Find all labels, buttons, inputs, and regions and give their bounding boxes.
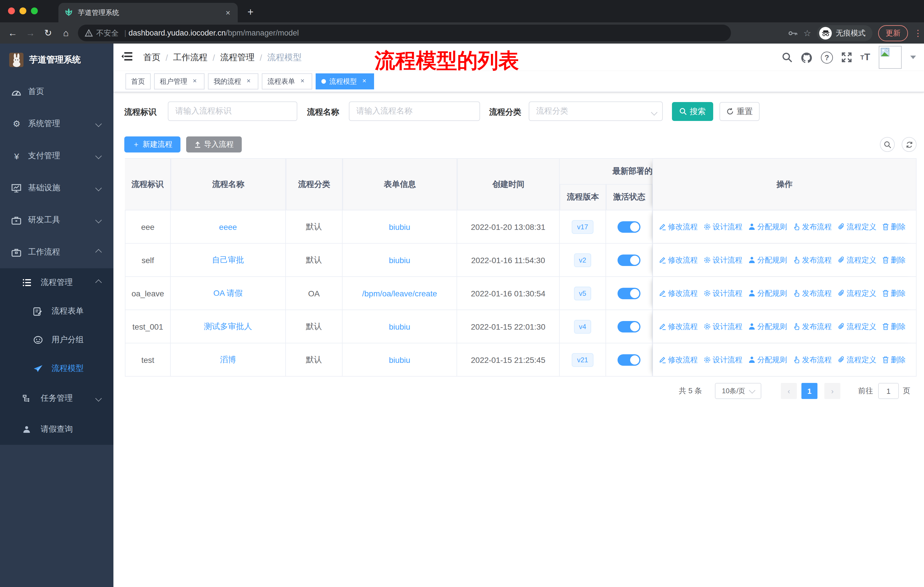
reset-button[interactable]: 重置 [719,102,760,121]
action-design-process[interactable]: 设计流程 [703,355,742,365]
close-icon[interactable]: × [244,78,252,85]
breadcrumb-home[interactable]: 首页 [143,52,160,63]
sidebar-item-payment[interactable]: ¥ 支付管理 [0,140,114,172]
new-tab-button[interactable]: + [248,5,254,20]
browser-tab[interactable]: 芋道管理系统 × [58,3,238,22]
tag-process-form[interactable]: 流程表单× [262,73,312,89]
tag-process-model[interactable]: 流程模型× [316,73,374,89]
home-icon[interactable]: ⌂ [61,28,71,38]
breadcrumb-workflow[interactable]: 工作流程 [173,52,207,63]
action-delete[interactable]: 删除 [882,288,906,298]
sidebar-item-process-manage[interactable]: 流程管理 [0,268,114,297]
process-name-link[interactable]: 自己审批 [212,255,244,265]
form-info-link[interactable]: biubiu [389,355,411,364]
action-publish-process[interactable]: 发布流程 [793,288,832,298]
action-process-definition[interactable]: 流程定义 [838,288,876,298]
action-edit-process[interactable]: 修改流程 [659,355,698,365]
minimize-window-button[interactable] [20,7,26,14]
form-info-link[interactable]: biubiu [389,222,411,231]
hamburger-icon[interactable] [121,51,132,61]
tag-my-process[interactable]: 我的流程× [208,73,258,89]
close-icon[interactable]: × [360,78,368,85]
forward-icon[interactable]: → [25,28,36,38]
action-publish-process[interactable]: 发布流程 [793,321,832,332]
action-publish-process[interactable]: 发布流程 [793,355,832,365]
update-button[interactable]: 更新 [878,25,908,41]
action-edit-process[interactable]: 修改流程 [659,222,698,232]
action-process-definition[interactable]: 流程定义 [838,255,876,265]
sidebar-item-home[interactable]: 首页 [0,76,114,108]
process-name-link[interactable]: 测试多审批人 [204,321,252,332]
sidebar-logo[interactable]: 芋道管理系统 [0,43,114,76]
search-button[interactable]: 搜索 [672,102,713,121]
active-toggle[interactable] [617,354,640,365]
sidebar-item-devtools[interactable]: 研发工具 [0,204,114,236]
action-delete[interactable]: 删除 [882,222,906,232]
sidebar-item-leave-query[interactable]: 请假查询 [0,414,114,445]
action-assign-rule[interactable]: 分配规则 [748,288,787,298]
tag-tenant[interactable]: 租户管理× [154,73,205,89]
action-assign-rule[interactable]: 分配规则 [748,321,787,332]
help-icon[interactable]: ? [821,51,833,63]
security-chip[interactable]: 不安全 | [85,28,129,38]
prev-page-button[interactable]: ‹ [781,383,797,399]
active-toggle[interactable] [617,254,640,266]
close-window-button[interactable] [8,7,15,14]
action-design-process[interactable]: 设计流程 [703,222,742,232]
action-process-definition[interactable]: 流程定义 [838,321,876,332]
sidebar-item-system[interactable]: ⚙ 系统管理 [0,108,114,140]
form-info-link[interactable]: biubiu [389,322,411,331]
action-delete[interactable]: 删除 [882,255,906,265]
tab-close-icon[interactable]: × [224,8,232,17]
font-size-icon[interactable]: TT [860,51,870,63]
maximize-window-button[interactable] [31,7,38,14]
bookmark-star-icon[interactable]: ☆ [804,28,811,38]
action-publish-process[interactable]: 发布流程 [793,255,832,265]
active-toggle[interactable] [617,288,640,299]
browser-menu-icon[interactable]: ⋮ [914,28,919,38]
sidebar-item-infra[interactable]: 基础设施 [0,172,114,204]
address-bar[interactable]: 不安全 | dashboard.yudao.iocoder.cn/bpm/man… [78,25,731,41]
goto-page-input[interactable] [878,383,899,399]
active-toggle[interactable] [617,221,640,232]
action-edit-process[interactable]: 修改流程 [659,255,698,265]
import-process-button[interactable]: 导入流程 [186,136,242,152]
action-design-process[interactable]: 设计流程 [703,321,742,332]
action-edit-process[interactable]: 修改流程 [659,288,698,298]
action-assign-rule[interactable]: 分配规则 [748,255,787,265]
create-process-button[interactable]: ＋新建流程 [124,136,180,152]
close-icon[interactable]: × [299,78,307,85]
process-name-link[interactable]: eeee [219,222,237,231]
action-design-process[interactable]: 设计流程 [703,288,742,298]
next-page-button[interactable]: › [824,383,840,399]
password-key-icon[interactable] [788,30,798,36]
page-size-select[interactable]: 10条/页 [715,383,761,399]
github-icon[interactable] [801,52,812,63]
category-select[interactable]: 流程分类 [529,101,663,121]
table-search-button[interactable] [880,137,895,152]
sidebar-item-process-model[interactable]: 流程模型 [0,354,114,383]
sidebar-item-workflow[interactable]: 工作流程 [0,236,114,268]
sidebar-item-process-form[interactable]: 流程表单 [0,297,114,326]
process-id-input[interactable]: 请输入流程标识 [168,101,297,121]
current-page[interactable]: 1 [802,383,817,399]
close-icon[interactable]: × [191,78,199,85]
form-info-link[interactable]: /bpm/oa/leave/create [362,289,437,298]
active-toggle[interactable] [617,321,640,332]
fullscreen-icon[interactable] [842,52,852,63]
search-icon[interactable] [782,52,792,63]
action-edit-process[interactable]: 修改流程 [659,321,698,332]
back-icon[interactable]: ← [7,28,18,38]
action-assign-rule[interactable]: 分配规则 [748,222,787,232]
breadcrumb-process-manage[interactable]: 流程管理 [220,52,255,63]
tag-home[interactable]: 首页 [125,73,151,89]
action-publish-process[interactable]: 发布流程 [793,222,832,232]
caret-down-icon[interactable] [910,56,916,59]
process-name-input[interactable]: 请输入流程名称 [349,101,480,121]
sidebar-item-task-manage[interactable]: 任务管理 [0,383,114,414]
action-process-definition[interactable]: 流程定义 [838,222,876,232]
sidebar-item-user-group[interactable]: 用户分组 [0,326,114,354]
process-name-link[interactable]: OA 请假 [213,288,243,298]
reload-icon[interactable]: ↻ [43,28,53,38]
action-process-definition[interactable]: 流程定义 [838,355,876,365]
